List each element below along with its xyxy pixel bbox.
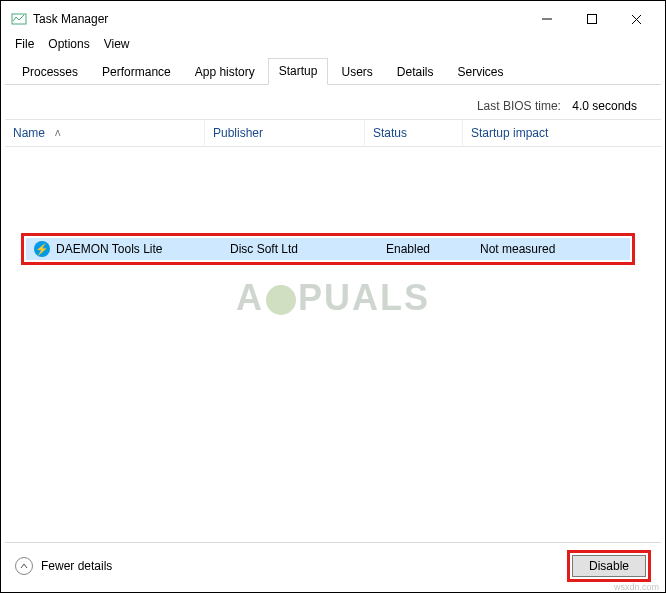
row-impact: Not measured [472,242,630,256]
window-title: Task Manager [33,12,108,26]
window-controls [524,5,659,33]
row-publisher: Disc Soft Ltd [222,242,378,256]
column-name[interactable]: Name ᐱ [5,120,205,146]
watermark-logo-icon [266,285,296,315]
menubar: File Options View [5,33,661,57]
disable-button[interactable]: Disable [572,555,646,577]
sort-indicator-icon: ᐱ [55,129,60,138]
close-button[interactable] [614,5,659,33]
fewer-details-button[interactable]: Fewer details [15,557,112,575]
annotation-box-row: ⚡ DAEMON Tools Lite Disc Soft Ltd Enable… [21,233,635,265]
tab-services[interactable]: Services [447,59,515,85]
bios-time-line: Last BIOS time: 4.0 seconds [5,85,661,119]
footer-bar: Fewer details Disable [5,542,661,588]
menu-view[interactable]: View [104,37,130,51]
tab-processes[interactable]: Processes [11,59,89,85]
column-headers: Name ᐱ Publisher Status Startup impact [5,119,661,147]
maximize-button[interactable] [569,5,614,33]
svg-rect-2 [587,15,596,24]
watermark-text-b: PUALS [298,277,430,318]
tab-startup[interactable]: Startup [268,58,329,85]
watermark: APUALS [5,277,661,319]
menu-file[interactable]: File [15,37,34,51]
fewer-details-label: Fewer details [41,559,112,573]
column-startup-impact[interactable]: Startup impact [463,120,661,146]
tab-performance[interactable]: Performance [91,59,182,85]
annotation-box-disable: Disable [567,550,651,582]
titlebar: Task Manager [5,5,661,33]
row-name: DAEMON Tools Lite [56,242,162,256]
tab-app-history[interactable]: App history [184,59,266,85]
daemon-tools-icon: ⚡ [34,241,50,257]
bios-label: Last BIOS time: [477,99,561,113]
tab-details[interactable]: Details [386,59,445,85]
task-manager-icon [11,11,27,27]
watermark-text-a: A [236,277,264,318]
row-status: Enabled [378,242,472,256]
minimize-button[interactable] [524,5,569,33]
startup-list: ⚡ DAEMON Tools Lite Disc Soft Ltd Enable… [5,147,661,467]
bios-value: 4.0 seconds [572,99,637,113]
source-label: wsxdn.com [614,582,659,592]
column-publisher[interactable]: Publisher [205,120,365,146]
tab-bar: Processes Performance App history Startu… [5,57,661,85]
tab-users[interactable]: Users [330,59,383,85]
column-name-label: Name [13,126,45,140]
column-status[interactable]: Status [365,120,463,146]
chevron-up-circle-icon [15,557,33,575]
table-row[interactable]: ⚡ DAEMON Tools Lite Disc Soft Ltd Enable… [26,238,630,260]
menu-options[interactable]: Options [48,37,89,51]
